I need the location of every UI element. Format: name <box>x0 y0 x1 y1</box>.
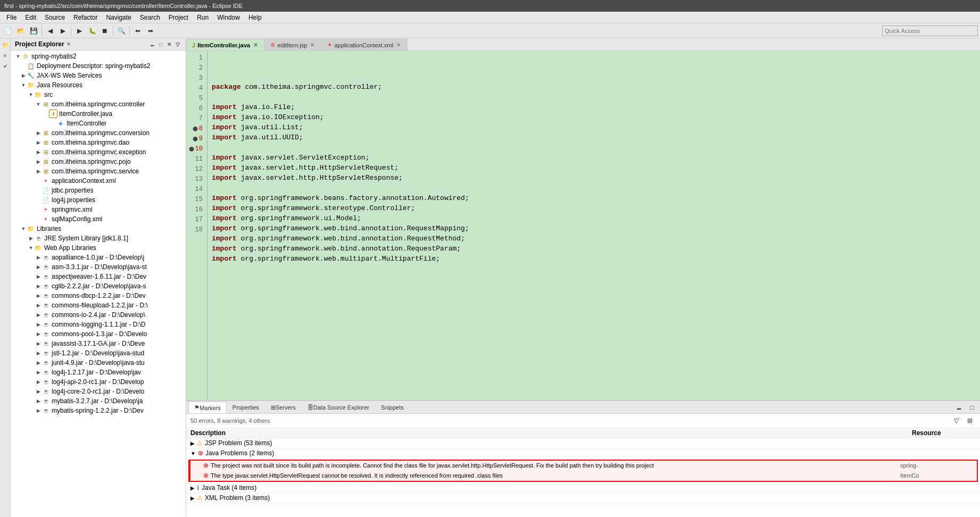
code-line[interactable]: import org.springframework.web.multipart… <box>212 254 976 264</box>
toolbar-forward[interactable]: ▶ <box>57 25 69 37</box>
toolbar-debug[interactable]: 🐛 <box>86 25 98 37</box>
tree-item[interactable]: ▶⊞com.itheima.springmvc.service <box>11 166 186 176</box>
code-line[interactable]: import org.springframework.web.bind.anno… <box>212 224 976 234</box>
sidebar-icon-outline[interactable]: ≡ <box>1 51 10 60</box>
problems-expand-all[interactable]: ⊞ <box>964 415 976 427</box>
tab-itemcontroller-close[interactable]: ✕ <box>252 42 259 48</box>
menu-help[interactable]: Help <box>244 13 266 22</box>
code-line[interactable]: import org.springframework.stereotype.Co… <box>212 204 976 214</box>
toolbar-search[interactable]: 🔍 <box>115 25 127 37</box>
tree-item[interactable]: ▶☕commons-pool-1.3.jar - D:\Develo <box>11 329 186 339</box>
problem-group-header[interactable]: ▶⚠XML Problem (3 items) <box>186 493 980 503</box>
code-line[interactable]: import org.springframework.ui.Model; <box>212 214 976 224</box>
tree-item[interactable]: ✦sqlMapConfig.xml <box>11 214 186 224</box>
explorer-minimize[interactable]: 🗕 <box>148 40 156 48</box>
tree-item[interactable]: ▶🔧JAX-WS Web Services <box>11 71 186 80</box>
menu-window[interactable]: Window <box>213 13 244 22</box>
tree-item[interactable]: ▶☕mybatis-spring-1.2.2.jar - D:\Dev <box>11 406 186 415</box>
menu-source[interactable]: Source <box>40 13 69 22</box>
tree-item[interactable]: ▶☕log4j-core-2.0-rc1.jar - D:\Develo <box>11 387 186 396</box>
bottom-tab-properties[interactable]: Properties <box>227 402 265 413</box>
toolbar-save[interactable]: 💾 <box>28 25 39 37</box>
tree-item[interactable]: ▶☕commons-logging-1.1.1.jar - D:\D <box>11 320 186 329</box>
tab-appcontext[interactable]: ✦ applicationContext.xml ✕ <box>321 39 408 51</box>
tree-item[interactable]: ▶⊞com.itheima.springmvc.dao <box>11 138 186 147</box>
toolbar-next-edit[interactable]: ➡ <box>145 25 156 37</box>
bottom-tab-snippets[interactable]: Snippets <box>375 402 410 413</box>
code-line[interactable] <box>212 184 976 194</box>
menu-search[interactable]: Search <box>136 13 164 22</box>
bottom-panel-minimize[interactable]: 🗕 <box>953 402 965 413</box>
code-line[interactable]: import javax.servlet.ServletException; <box>212 153 976 163</box>
tree-item[interactable]: ▶⊞com.itheima.springmvc.exception <box>11 147 186 157</box>
problem-group-header[interactable]: ▼⊗Java Problems (2 items) <box>186 448 980 458</box>
bottom-tab-servers[interactable]: ⊞ Servers <box>265 402 302 413</box>
tree-item[interactable]: ▶☕mybatis-3.2.7.jar - D:\Develop\ja <box>11 396 186 406</box>
menu-navigate[interactable]: Navigate <box>102 13 135 22</box>
sidebar-icon-tasks[interactable]: ✔ <box>1 62 10 70</box>
tree-item[interactable]: ▶☕junit-4.9.jar - D:\Develop\java-stu <box>11 358 186 368</box>
tree-item[interactable]: 📋Deployment Descriptor: spring-mybatis2 <box>11 61 186 71</box>
tree-item[interactable]: ▼⊞com.itheima.springmvc.controller <box>11 99 186 109</box>
problem-row[interactable]: ⊗The project was not built since its bui… <box>189 461 977 471</box>
tree-item[interactable]: ✦springmvc.xml <box>11 205 186 214</box>
explorer-close[interactable]: ✕ <box>165 40 173 48</box>
tab-itemcontroller[interactable]: J ItemController.java ✕ <box>186 39 264 51</box>
code-editor[interactable]: 123456789101112131415161718 package com.… <box>186 51 980 400</box>
explorer-maximize[interactable]: □ <box>157 40 164 48</box>
tree-item[interactable]: ▶☕javassist-3.17.1-GA.jar - D:\Deve <box>11 339 186 348</box>
tree-root[interactable]: ▼ ⚙ spring-mybatis2 <box>11 52 186 61</box>
tree-item[interactable]: ▶☕asm-3.3.1.jar - D:\Develop\java-st <box>11 262 186 272</box>
tree-item[interactable]: ▼📁Java Resources <box>11 80 186 90</box>
toolbar-new[interactable]: 📄 <box>2 25 14 37</box>
quick-access-input[interactable] <box>882 26 978 36</box>
tree-item[interactable]: ▶☕log4j-1.2.17.jar - D:\Develop\jav <box>11 368 186 377</box>
tree-item[interactable]: ▼📁Libraries <box>11 224 186 234</box>
code-line[interactable]: import org.springframework.beans.factory… <box>212 194 976 204</box>
tree-item[interactable]: ▶☕commons-dbcp-1.2.2.jar - D:\Dev <box>11 291 186 301</box>
tree-item[interactable]: ▶⊞com.itheima.springmvc.pojo <box>11 157 186 166</box>
explorer-menu[interactable]: ▽ <box>174 40 181 48</box>
tree-item[interactable]: ▶☕commons-io-2.4.jar - D:\Develop\ <box>11 310 186 320</box>
bottom-tab-datasource[interactable]: 🗄 Data Source Explorer <box>302 402 375 413</box>
tree-item[interactable]: ▶☕aspectjweaver-1.6.11.jar - D:\Dev <box>11 272 186 281</box>
tree-item[interactable]: ▶⊞com.itheima.springmvc.conversion <box>11 128 186 138</box>
menu-edit[interactable]: Edit <box>21 13 40 22</box>
tree-item[interactable]: 📄log4j.properties <box>11 195 186 205</box>
code-line[interactable]: import java.io.File; <box>212 103 976 113</box>
menu-refactor[interactable]: Refactor <box>69 13 102 22</box>
code-line[interactable]: import javax.servlet.http.HttpServletReq… <box>212 163 976 173</box>
tree-item[interactable]: 📄jdbc.properties <box>11 186 186 195</box>
code-line[interactable]: package com.itheima.springmvc.controller… <box>212 82 976 93</box>
code-line[interactable]: import java.util.List; <box>212 123 976 133</box>
sidebar-icon-explorer[interactable]: 📁 <box>1 40 10 49</box>
code-line[interactable]: import org.springframework.web.bind.anno… <box>212 234 976 244</box>
menu-run[interactable]: Run <box>193 13 213 22</box>
tree-item[interactable]: JItemController.java <box>11 109 186 119</box>
menu-project[interactable]: Project <box>164 13 193 22</box>
problem-row[interactable]: ⊗The type javax.servlet.HttpServletReque… <box>189 471 977 481</box>
tab-appcontext-close[interactable]: ✕ <box>395 42 402 48</box>
menu-file[interactable]: File <box>2 13 21 22</box>
code-line[interactable]: import java.io.IOException; <box>212 113 976 123</box>
code-line[interactable]: import java.util.UUID; <box>212 133 976 143</box>
code-line[interactable] <box>212 93 976 103</box>
toolbar-back[interactable]: ◀ <box>44 25 56 37</box>
tree-item[interactable]: ▼📁src <box>11 90 186 99</box>
code-line[interactable]: import javax.servlet.http.HttpServletRes… <box>212 173 976 184</box>
tab-edititem-close[interactable]: ✕ <box>309 42 315 48</box>
tree-item[interactable]: ▼📁Web App Libraries <box>11 243 186 253</box>
tab-edititem[interactable]: ⊕ editItem.jsp ✕ <box>264 39 321 51</box>
tree-item[interactable]: ▶☕aopalliance-1.0.jar - D:\Develop\j <box>11 253 186 262</box>
toolbar-stop[interactable]: ⏹ <box>99 25 111 37</box>
problems-filter[interactable]: ▽ <box>950 415 962 427</box>
bottom-tab-markers[interactable]: ⚑ Markers <box>188 402 227 413</box>
code-line[interactable] <box>212 143 976 153</box>
toolbar-run[interactable]: ▶ <box>73 25 85 37</box>
code-line[interactable]: import org.springframework.web.bind.anno… <box>212 244 976 254</box>
tree-item[interactable]: ▶☕jstl-1.2.jar - D:\Develop\java-stud <box>11 348 186 358</box>
tree-item[interactable]: ▶☕JRE System Library [jdk1.8.1] <box>11 234 186 243</box>
tree-item[interactable]: ▶☕cglib-2.2.2.jar - D:\Develop\java-s <box>11 281 186 291</box>
problem-group-header[interactable]: ▶ℹJava Task (4 items) <box>186 483 980 493</box>
code-content[interactable]: package com.itheima.springmvc.controller… <box>207 51 980 400</box>
